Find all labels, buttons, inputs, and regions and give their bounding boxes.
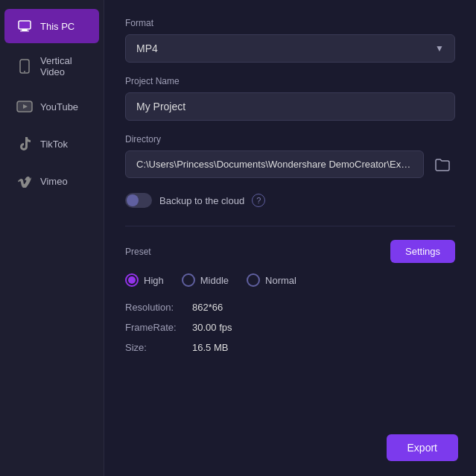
preset-normal-label: Normal (265, 275, 296, 286)
preset-header: Preset Settings (125, 240, 455, 263)
help-icon[interactable]: ? (252, 194, 265, 207)
size-row: Size: 16.5 MB (125, 342, 455, 353)
export-button[interactable]: Export (387, 434, 458, 461)
preset-label: Preset (125, 247, 151, 257)
settings-button[interactable]: Settings (390, 240, 455, 263)
sidebar-item-tiktok[interactable]: TikTok (4, 127, 99, 161)
radio-normal-outer (247, 273, 260, 287)
sidebar-item-label: Vimeo (40, 176, 68, 187)
sidebar-item-this-pc[interactable]: This PC (4, 9, 99, 43)
preset-option-normal[interactable]: Normal (247, 273, 296, 287)
browse-folder-button[interactable] (430, 153, 455, 177)
directory-row: C:\Users\Princess\Documents\Wondershare … (125, 150, 455, 178)
cloud-backup-label: Backup to the cloud (159, 195, 244, 206)
framerate-row: FrameRate: 30.00 fps (125, 322, 455, 333)
directory-path[interactable]: C:\Users\Princess\Documents\Wondershare … (125, 150, 424, 178)
svg-rect-2 (22, 29, 28, 31)
directory-label: Directory (125, 134, 455, 145)
svg-rect-1 (19, 22, 30, 28)
project-name-section: Project Name (125, 76, 455, 121)
resolution-value: 862*66 (192, 302, 223, 313)
format-dropdown[interactable]: MP4 ▼ (125, 34, 455, 63)
divider (125, 226, 455, 226)
radio-high-outer (125, 273, 139, 287)
project-name-input[interactable] (125, 92, 455, 121)
framerate-label: FrameRate: (125, 322, 192, 333)
size-value: 16.5 MB (192, 342, 228, 353)
toggle-knob (127, 194, 139, 206)
preset-middle-label: Middle (200, 275, 229, 286)
sidebar-item-vertical-video[interactable]: Vertical Video (4, 46, 99, 86)
cloud-backup-toggle[interactable] (125, 193, 152, 208)
preset-option-high[interactable]: High (125, 273, 164, 287)
phone-icon (16, 58, 33, 74)
sidebar: This PC Vertical Video YouTube TikT (0, 0, 104, 476)
framerate-value: 30.00 fps (192, 322, 232, 333)
stats-section: Resolution: 862*66 FrameRate: 30.00 fps … (125, 302, 455, 353)
preset-option-middle[interactable]: Middle (182, 273, 229, 287)
tiktok-icon (16, 136, 33, 152)
chevron-down-icon: ▼ (435, 43, 444, 54)
pc-icon (16, 18, 33, 34)
sidebar-item-vimeo[interactable]: Vimeo (4, 164, 99, 198)
radio-middle-outer (182, 273, 195, 287)
format-label: Format (125, 18, 455, 28)
youtube-icon (16, 98, 33, 115)
format-section: Format MP4 ▼ (125, 18, 455, 63)
format-value: MP4 (136, 42, 158, 54)
resolution-row: Resolution: 862*66 (125, 302, 455, 313)
project-name-label: Project Name (125, 76, 455, 86)
radio-high-inner (128, 276, 136, 284)
svg-point-5 (24, 71, 25, 72)
resolution-label: Resolution: (125, 302, 192, 313)
preset-high-label: High (144, 275, 164, 286)
sidebar-item-label: TikTok (40, 139, 68, 150)
main-content: Format MP4 ▼ Project Name Directory C:\U… (104, 0, 476, 476)
directory-section: Directory C:\Users\Princess\Documents\Wo… (125, 134, 455, 178)
sidebar-item-youtube[interactable]: YouTube (4, 89, 99, 124)
cloud-backup-row: Backup to the cloud ? (125, 193, 455, 208)
sidebar-item-label: This PC (40, 21, 74, 32)
sidebar-item-label: YouTube (40, 101, 78, 112)
vimeo-icon (16, 173, 33, 189)
preset-radio-group: High Middle Normal (125, 273, 455, 287)
svg-rect-3 (20, 31, 29, 31)
size-label: Size: (125, 342, 192, 353)
sidebar-item-label: Vertical Video (40, 55, 87, 77)
